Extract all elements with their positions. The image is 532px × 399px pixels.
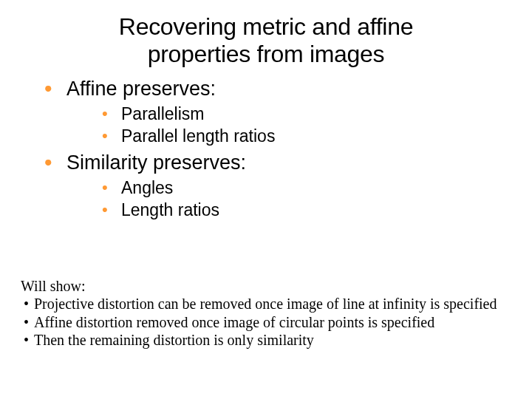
bullet-label: Similarity preserves: [66, 151, 246, 174]
sub-item: Length ratios [102, 200, 532, 222]
sub-item: Angles [102, 177, 532, 200]
bullet-affine: Affine preserves: Parallelism Parallel l… [44, 75, 532, 148]
slide-title: Recovering metric and affine properties … [0, 0, 532, 68]
bullet-label: Affine preserves: [66, 78, 216, 100]
title-line-2: properties from images [148, 41, 385, 67]
notes-heading: Will show: [21, 277, 497, 295]
notes-list: Projective distortion can be removed onc… [21, 295, 497, 349]
main-bullet-list: Affine preserves: Parallelism Parallel l… [0, 75, 532, 222]
sub-item: Parallelism [102, 103, 532, 126]
notes-item: Projective distortion can be removed onc… [24, 295, 497, 313]
notes-item: Affine distortion removed once image of … [24, 313, 497, 331]
sub-list-similarity: Angles Length ratios [66, 177, 532, 222]
notes-item: Then the remaining distortion is only si… [24, 331, 497, 349]
bullet-similarity: Similarity preserves: Angles Length rati… [44, 149, 532, 222]
notes-block: Will show: Projective distortion can be … [21, 277, 497, 349]
sub-item: Parallel length ratios [102, 126, 532, 148]
title-line-1: Recovering metric and affine [119, 13, 413, 40]
sub-list-affine: Parallelism Parallel length ratios [66, 103, 532, 148]
